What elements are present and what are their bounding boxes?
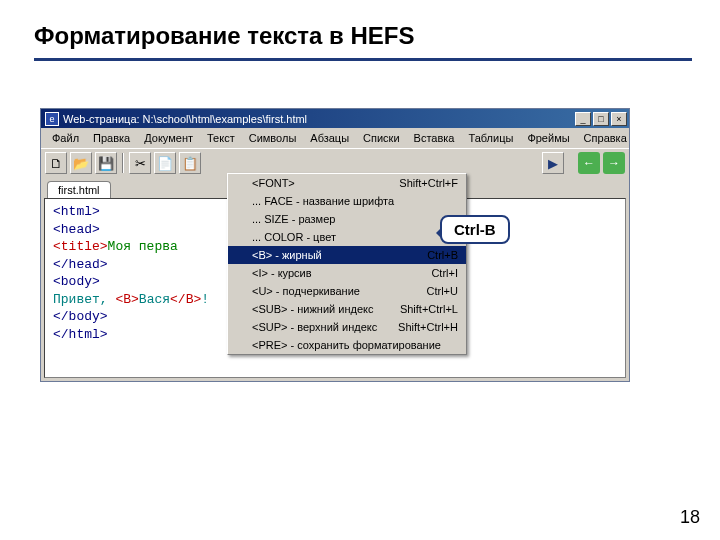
menu-paragraphs[interactable]: Абзацы — [303, 130, 356, 146]
open-icon: 📂 — [73, 156, 89, 171]
menu-document[interactable]: Документ — [137, 130, 200, 146]
paste-button[interactable]: 📋 — [179, 152, 201, 174]
code-text: Вася — [139, 292, 170, 307]
code-line: <html> — [53, 204, 100, 219]
shortcut-callout: Ctrl-B — [440, 215, 510, 244]
app-window: e Web-страница: N:\school\html\examples\… — [40, 108, 630, 382]
code-tag: </B> — [170, 292, 201, 307]
cut-icon: ✂ — [135, 156, 146, 171]
menu-text[interactable]: Текст — [200, 130, 242, 146]
app-icon: e — [45, 112, 59, 126]
copy-icon: 📄 — [157, 156, 173, 171]
minimize-button[interactable]: _ — [575, 112, 591, 126]
code-text: Привет, — [53, 292, 115, 307]
code-line: </html> — [53, 327, 108, 342]
menu-file[interactable]: Файл — [45, 130, 86, 146]
close-button[interactable]: × — [611, 112, 627, 126]
menu-symbols[interactable]: Символы — [242, 130, 304, 146]
menu-bar: Файл Правка Документ Текст Символы Абзац… — [41, 128, 629, 148]
menu-frames[interactable]: Фреймы — [520, 130, 576, 146]
dd-bold[interactable]: <B> - жирныйCtrl+B — [228, 246, 466, 264]
dd-sub[interactable]: <SUB> - нижний индексShift+Ctrl+L — [228, 300, 466, 318]
title-underline — [34, 58, 692, 61]
slide-title: Форматирование текста в HEFS — [0, 0, 720, 58]
code-line: <body> — [53, 274, 100, 289]
open-button[interactable]: 📂 — [70, 152, 92, 174]
title-bar: e Web-страница: N:\school\html\examples\… — [41, 109, 629, 128]
menu-edit[interactable]: Правка — [86, 130, 137, 146]
code-line: </body> — [53, 309, 108, 324]
code-text: Моя перва — [108, 239, 178, 254]
menu-insert[interactable]: Вставка — [407, 130, 462, 146]
forward-button[interactable]: → — [603, 152, 625, 174]
menu-lists[interactable]: Списки — [356, 130, 407, 146]
play-icon: ▶ — [548, 156, 558, 171]
back-button[interactable]: ← — [578, 152, 600, 174]
menu-help[interactable]: Справка — [577, 130, 634, 146]
menu-tables[interactable]: Таблицы — [461, 130, 520, 146]
file-tab[interactable]: first.html — [47, 181, 111, 198]
dd-face[interactable]: ... FACE - название шрифта — [228, 192, 466, 210]
save-icon: 💾 — [98, 156, 114, 171]
code-line: </head> — [53, 257, 108, 272]
code-editor[interactable]: <html> <head> <title>Моя перва </head> <… — [44, 198, 626, 378]
dd-size[interactable]: ... SIZE - размер — [228, 210, 466, 228]
new-button[interactable]: 🗋 — [45, 152, 67, 174]
code-tag: <title> — [53, 239, 108, 254]
paste-icon: 📋 — [182, 156, 198, 171]
cut-button[interactable]: ✂ — [129, 152, 151, 174]
maximize-button[interactable]: □ — [593, 112, 609, 126]
dd-font[interactable]: <FONT>Shift+Ctrl+F — [228, 174, 466, 192]
code-line: <head> — [53, 222, 100, 237]
dd-underline[interactable]: <U> - подчеркиваниеCtrl+U — [228, 282, 466, 300]
code-text: ! — [201, 292, 209, 307]
new-icon: 🗋 — [50, 156, 63, 171]
copy-button[interactable]: 📄 — [154, 152, 176, 174]
dd-italic[interactable]: <I> - курсивCtrl+I — [228, 264, 466, 282]
save-button[interactable]: 💾 — [95, 152, 117, 174]
dd-pre[interactable]: <PRE> - сохранить форматирование — [228, 336, 466, 354]
arrow-right-icon: → — [608, 156, 620, 170]
code-tag: <B> — [115, 292, 138, 307]
window-title: Web-страница: N:\school\html\examples\fi… — [63, 113, 573, 125]
dd-sup[interactable]: <SUP> - верхний индексShift+Ctrl+H — [228, 318, 466, 336]
toolbar-separator — [122, 153, 124, 173]
arrow-left-icon: ← — [583, 156, 595, 170]
page-number: 18 — [680, 507, 700, 528]
run-button[interactable]: ▶ — [542, 152, 564, 174]
text-dropdown: <FONT>Shift+Ctrl+F ... FACE - название ш… — [227, 173, 467, 355]
